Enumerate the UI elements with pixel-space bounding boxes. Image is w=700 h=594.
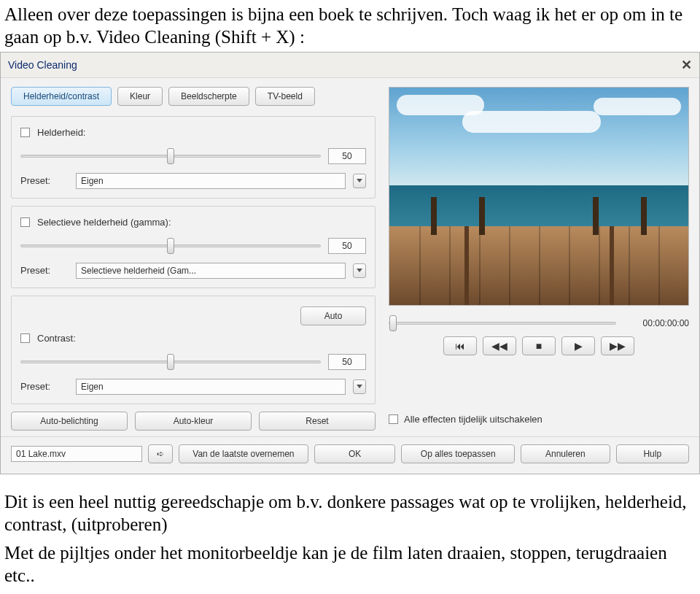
gamma-section: Selectieve helderheid (gamma): 50 Preset…	[11, 206, 376, 288]
apply-all-button[interactable]: Op alles toepassen	[401, 444, 515, 463]
gamma-value[interactable]: 50	[328, 238, 366, 254]
doc-paragraph-2: Dit is een heel nuttig gereedschapje om …	[0, 487, 700, 539]
gamma-slider[interactable]	[20, 240, 321, 252]
reset-button[interactable]: Reset	[259, 412, 376, 431]
contrast-slider[interactable]	[20, 356, 321, 368]
disable-effects-checkbox[interactable]	[389, 414, 398, 424]
brightness-section: Helderheid: 50 Preset: Eigen	[11, 116, 376, 198]
brightness-slider[interactable]	[20, 150, 321, 162]
timecode: 00:00:00:00	[622, 318, 689, 328]
brightness-preset-combo[interactable]: Eigen	[76, 173, 346, 189]
brightness-preset-dropdown-icon[interactable]	[353, 174, 366, 188]
brightness-label: Helderheid:	[37, 127, 86, 138]
cancel-button[interactable]: Annuleren	[521, 444, 610, 463]
transport-controls: ⏮ ◀◀ ■ ▶ ▶▶	[389, 336, 689, 355]
gamma-label: Selectieve helderheid (gamma):	[37, 217, 171, 228]
tab-brightness-contrast[interactable]: Helderheid/contrast	[11, 87, 112, 106]
contrast-label: Contrast:	[37, 333, 76, 344]
contrast-section: Auto Contrast: 50 Preset: Eigen	[11, 296, 376, 404]
seek-slider[interactable]	[389, 317, 616, 329]
skip-start-button[interactable]: ⏮	[443, 336, 477, 355]
ok-button[interactable]: OK	[314, 444, 395, 463]
doc-paragraph-4: En dan Video-effecten (Shift + Y) :	[0, 590, 700, 595]
doc-paragraph-3: Met de pijltjes onder het monitorbeeldje…	[0, 539, 700, 590]
contrast-checkbox[interactable]	[20, 333, 30, 343]
contrast-preset-combo[interactable]: Eigen	[76, 379, 346, 395]
gamma-preset-label: Preset:	[20, 265, 69, 276]
gamma-checkbox[interactable]	[20, 217, 30, 227]
from-last-button[interactable]: Van de laatste overnemen	[179, 444, 308, 463]
disable-effects-label: Alle effecten tijdelijk uitschakelen	[404, 414, 542, 425]
footer-row: 01 Lake.mxv ➪ Van de laatste overnemen O…	[1, 437, 699, 474]
tab-sharpness[interactable]: Beeldscherpte	[168, 87, 249, 106]
file-combo[interactable]: 01 Lake.mxv	[11, 446, 142, 462]
controls-column: Helderheid/contrast Kleur Beeldscherpte …	[11, 87, 376, 431]
brightness-value[interactable]: 50	[328, 148, 366, 164]
preview-column: 00:00:00:00 ⏮ ◀◀ ■ ▶ ▶▶ Alle effecten ti…	[389, 87, 689, 431]
close-icon[interactable]: ✕	[681, 57, 692, 73]
gamma-preset-dropdown-icon[interactable]	[353, 263, 366, 278]
brightness-checkbox[interactable]	[20, 128, 30, 137]
video-preview	[389, 87, 689, 306]
contrast-preset-dropdown-icon[interactable]	[353, 379, 366, 394]
window-title: Video Cleaning	[8, 59, 77, 71]
brightness-preset-label: Preset:	[20, 175, 69, 186]
tab-color[interactable]: Kleur	[117, 87, 163, 106]
doc-paragraph-1: Alleen over deze toepassingen is bijna e…	[0, 0, 700, 52]
video-cleaning-window: Video Cleaning ✕ Helderheid/contrast Kle…	[0, 52, 700, 474]
rewind-button[interactable]: ◀◀	[483, 336, 516, 355]
contrast-preset-label: Preset:	[20, 381, 69, 392]
play-button[interactable]: ▶	[561, 336, 595, 355]
contrast-auto-button[interactable]: Auto	[300, 306, 366, 325]
gamma-preset-combo[interactable]: Selectieve helderheid (Gam...	[76, 263, 346, 279]
auto-exposure-button[interactable]: Auto-belichting	[11, 412, 128, 431]
tabs: Helderheid/contrast Kleur Beeldscherpte …	[11, 87, 376, 106]
tab-tv-image[interactable]: TV-beeld	[255, 87, 315, 106]
help-button[interactable]: Hulp	[616, 444, 689, 463]
contrast-value[interactable]: 50	[328, 354, 366, 370]
stop-button[interactable]: ■	[522, 336, 556, 355]
next-file-arrow-icon[interactable]: ➪	[148, 444, 173, 463]
fast-forward-button[interactable]: ▶▶	[601, 336, 634, 355]
auto-color-button[interactable]: Auto-kleur	[135, 412, 252, 431]
title-bar: Video Cleaning ✕	[1, 53, 699, 78]
